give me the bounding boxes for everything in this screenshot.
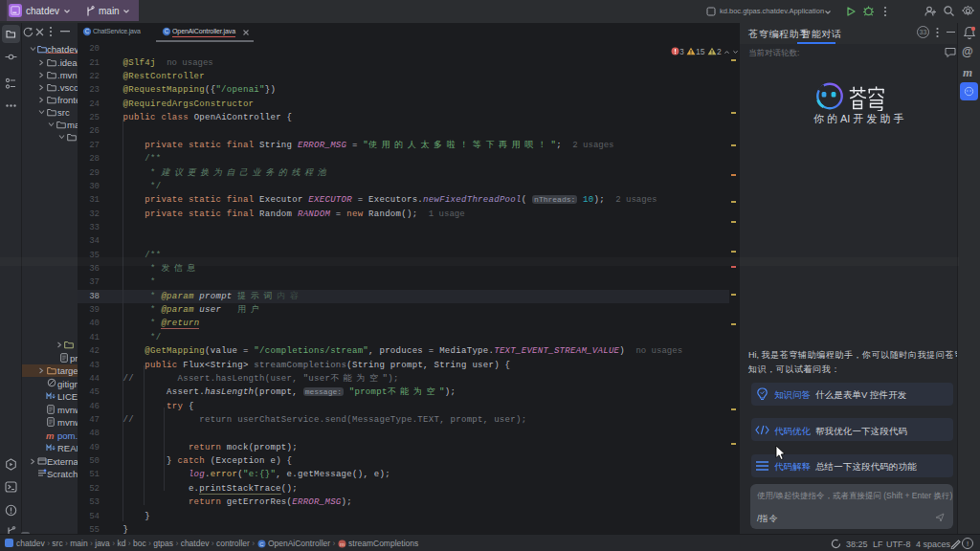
svg-text:C: C bbox=[259, 541, 264, 547]
svg-text:C: C bbox=[165, 28, 169, 34]
svg-text:C: C bbox=[84, 28, 89, 34]
svg-text:m: m bbox=[340, 541, 345, 547]
